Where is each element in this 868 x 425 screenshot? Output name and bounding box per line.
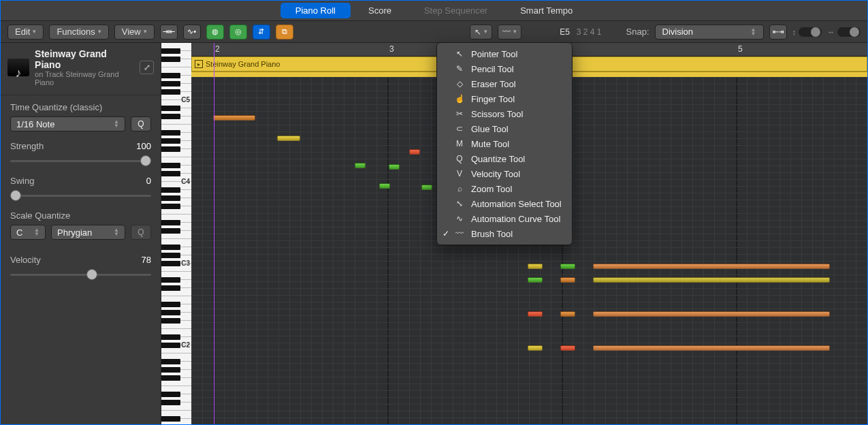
snap-label: Snap: (626, 27, 649, 37)
region-title: Steinway Grand Piano (35, 48, 134, 70)
horizontal-zoom-slider[interactable] (837, 27, 861, 37)
bar-label: 5 (738, 44, 743, 54)
tool-menu-item[interactable]: ✎Pencil Tool (437, 61, 572, 76)
tool-icon: Q (455, 154, 464, 163)
right-tool-selector[interactable]: 〰▾ (498, 25, 521, 40)
quantize-button[interactable]: Q (131, 116, 151, 131)
snap-select[interactable]: Division▲▼ (655, 25, 764, 40)
scale-quantize-label: Scale Quantize (10, 210, 151, 221)
tool-label: Eraser Tool (471, 79, 516, 89)
region-name: Steinway Grand Piano (206, 60, 280, 68)
midi-note[interactable] (593, 311, 830, 317)
tool-menu-item[interactable]: QQuantize Tool (437, 151, 572, 166)
scale-mode-select[interactable]: Phrygian▲▼ (51, 225, 125, 240)
tool-menu-item[interactable]: ⌕Zoom Tool (437, 181, 572, 196)
midi-note[interactable] (593, 264, 830, 269)
octave-label: C4 (181, 178, 190, 185)
tool-label: Zoom Tool (471, 184, 512, 194)
edit-menu[interactable]: Edit▾ (7, 25, 44, 40)
tool-menu-item[interactable]: ✂Scissors Tool (437, 106, 572, 121)
collapse-icon[interactable]: ⇥⇤ (160, 25, 178, 40)
tool-icon: ∿ (455, 214, 464, 223)
tool-icon: ✎ (455, 64, 464, 74)
display-note: E5 (560, 27, 570, 37)
velocity-label: Velocity (10, 255, 41, 265)
tool-menu-item[interactable]: MMute Tool (437, 136, 572, 151)
tool-menu-item[interactable]: ⊂Glue Tool (437, 121, 572, 136)
midi-note[interactable] (528, 277, 543, 283)
time-quantize-label: Time Quantize (classic) (10, 102, 151, 112)
tool-menu-item[interactable]: ◇Eraser Tool (437, 76, 572, 91)
midi-note[interactable] (213, 115, 255, 121)
tool-menu-item[interactable]: VVelocity Tool (437, 166, 572, 181)
midi-note[interactable] (421, 185, 432, 190)
toolbar: Edit▾ Functions▾ View▾ ⇥⇤ ∿• ◍ ◎ ⇵ ⧉ ↖▾ … (1, 21, 867, 43)
vertical-zoom-icon: ↕ (792, 28, 797, 36)
tool-menu-item[interactable]: ↖Pointer Tool (437, 46, 572, 61)
inspector: ♪ Steinway Grand Piano on Track Steinway… (1, 43, 161, 425)
playhead[interactable] (214, 43, 214, 425)
midi-note[interactable] (560, 264, 575, 269)
scale-quantize-button[interactable]: Q (131, 225, 151, 240)
functions-menu[interactable]: Functions▾ (49, 25, 108, 40)
tool-label: Pointer Tool (471, 49, 517, 59)
tool-label: Pencil Tool (471, 64, 514, 74)
tool-label: Automation Curve Tool (471, 214, 560, 224)
midi-note[interactable] (277, 136, 300, 141)
tool-menu-item[interactable]: ☝Finger Tool (437, 91, 572, 106)
swing-value: 0 (146, 176, 151, 186)
octave-label: C2 (181, 341, 190, 349)
scale-root-select[interactable]: C▲▼ (10, 225, 46, 240)
midi-note[interactable] (560, 345, 575, 351)
velocity-slider[interactable] (10, 269, 151, 280)
velocity-value: 78 (142, 255, 151, 265)
bar-label: 3 (389, 44, 394, 54)
midi-note[interactable] (593, 345, 830, 351)
tool-icon: ⊂ (455, 124, 464, 133)
midi-note[interactable] (355, 163, 366, 168)
midi-note[interactable] (560, 311, 575, 317)
midi-out-icon[interactable]: ◎ (229, 25, 247, 40)
instrument-thumbnail: ♪ (7, 59, 29, 76)
tab-smart-tempo[interactable]: Smart Tempo (505, 3, 588, 18)
tab-step-sequencer: Step Sequencer (409, 3, 502, 18)
tool-icon: ⌕ (455, 184, 464, 193)
tab-score[interactable]: Score (353, 3, 406, 18)
midi-in-icon[interactable]: ◍ (206, 25, 224, 40)
midi-note[interactable] (528, 311, 543, 317)
expand-inspector-icon[interactable]: ⤢ (140, 61, 154, 74)
midi-note[interactable] (528, 264, 543, 269)
region-subtitle: on Track Steinway Grand Piano (35, 70, 134, 86)
time-quantize-select[interactable]: 1/16 Note▲▼ (10, 116, 125, 131)
midi-note[interactable] (560, 277, 575, 283)
octave-label: C5 (181, 96, 190, 104)
left-tool-selector[interactable]: ↖▾ (470, 25, 492, 40)
view-menu[interactable]: View▾ (114, 25, 155, 40)
swing-slider[interactable] (10, 190, 151, 201)
tool-label: Velocity Tool (471, 169, 520, 179)
midi-note[interactable] (593, 277, 830, 283)
midi-note[interactable] (389, 164, 400, 170)
tool-menu-item[interactable]: ⤡Automation Select Tool (437, 196, 572, 211)
tab-piano-roll[interactable]: Piano Roll (280, 3, 351, 18)
tool-label: Brush Tool (471, 229, 513, 239)
catch-icon[interactable]: ⇵ (253, 25, 270, 40)
link-icon[interactable]: ⧉ (276, 25, 293, 40)
midi-note[interactable] (528, 345, 543, 351)
display-numbers: 3 2 4 1 (577, 27, 602, 37)
strength-label: Strength (10, 141, 44, 151)
tool-menu-item[interactable]: ✓〰Brush Tool (437, 226, 572, 241)
midi-note[interactable] (409, 149, 420, 155)
zoom-fit-icon[interactable]: ⇤⇥ (769, 25, 787, 40)
piano-keyboard[interactable]: C5C4C3C2 (161, 43, 191, 425)
midi-note[interactable] (379, 183, 390, 189)
tool-icon: ↖ (455, 49, 464, 59)
strength-slider[interactable] (10, 155, 151, 166)
tool-menu[interactable]: ↖Pointer Tool✎Pencil Tool◇Eraser Tool☝Fi… (436, 42, 573, 245)
tool-icon: ☝ (455, 94, 464, 104)
vertical-zoom-slider[interactable] (799, 27, 822, 37)
tool-icon: ✂ (455, 109, 464, 119)
tool-label: Glue Tool (471, 124, 509, 134)
automation-icon[interactable]: ∿• (183, 25, 201, 40)
tool-menu-item[interactable]: ∿Automation Curve Tool (437, 211, 572, 226)
